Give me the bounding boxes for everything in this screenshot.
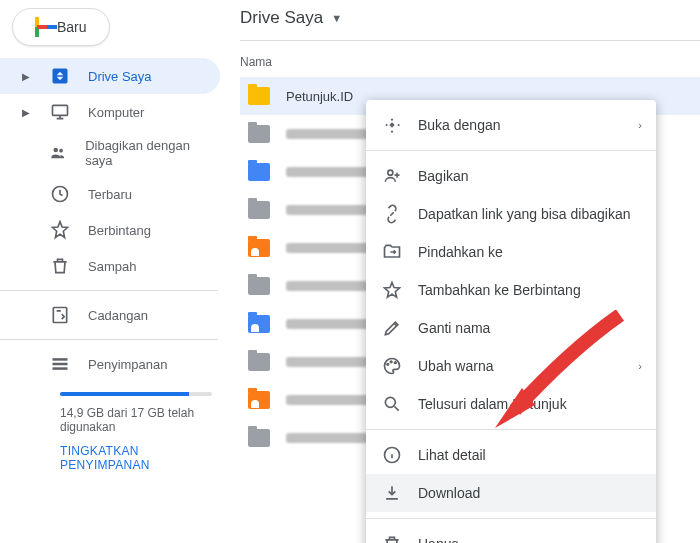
menu-label: Hapus bbox=[418, 536, 458, 543]
upgrade-storage-link[interactable]: TINGKATKAN PENYIMPANAN bbox=[60, 444, 212, 472]
menu-download[interactable]: Download bbox=[366, 474, 656, 512]
menu-label: Download bbox=[418, 485, 480, 501]
svg-point-1 bbox=[54, 148, 59, 153]
nav-label: Cadangan bbox=[88, 308, 148, 323]
storage-icon bbox=[50, 354, 70, 374]
file-name: Petunjuk.ID bbox=[286, 89, 353, 104]
open-with-icon bbox=[382, 115, 402, 135]
menu-get-link[interactable]: Dapatkan link yang bisa dibagikan bbox=[366, 195, 656, 233]
menu-separator bbox=[366, 429, 656, 430]
link-icon bbox=[382, 204, 402, 224]
menu-open-with[interactable]: Buka dengan › bbox=[366, 106, 656, 144]
svg-point-11 bbox=[395, 362, 397, 364]
folder-icon bbox=[248, 429, 270, 447]
sidebar-item-shared[interactable]: Dibagikan dengan saya bbox=[0, 130, 220, 176]
svg-rect-4 bbox=[53, 308, 66, 323]
nav-label: Berbintang bbox=[88, 223, 151, 238]
new-button-label: Baru bbox=[57, 19, 87, 35]
sidebar-item-starred[interactable]: Berbintang bbox=[0, 212, 220, 248]
folder-shared-icon bbox=[248, 391, 270, 409]
svg-rect-6 bbox=[53, 363, 68, 366]
context-menu: Buka dengan › Bagikan Dapatkan link yang… bbox=[366, 100, 656, 543]
search-icon bbox=[382, 394, 402, 414]
menu-label: Tambahkan ke Berbintang bbox=[418, 282, 581, 298]
sidebar: Baru ▶ Drive Saya ▶ Komputer Dibagikan d… bbox=[0, 0, 230, 543]
menu-add-star[interactable]: Tambahkan ke Berbintang bbox=[366, 271, 656, 309]
sidebar-item-trash[interactable]: Sampah bbox=[0, 248, 220, 284]
star-icon bbox=[382, 280, 402, 300]
menu-change-color[interactable]: Ubah warna › bbox=[366, 347, 656, 385]
file-name-blurred bbox=[286, 357, 376, 367]
nav-label: Sampah bbox=[88, 259, 136, 274]
palette-icon bbox=[382, 356, 402, 376]
divider bbox=[0, 339, 218, 340]
svg-rect-5 bbox=[53, 358, 68, 361]
svg-point-10 bbox=[390, 361, 392, 363]
menu-separator bbox=[366, 150, 656, 151]
clock-icon bbox=[50, 184, 70, 204]
sidebar-item-my-drive[interactable]: ▶ Drive Saya bbox=[0, 58, 220, 94]
menu-separator bbox=[366, 518, 656, 519]
file-name-blurred bbox=[286, 395, 376, 405]
menu-label: Ubah warna bbox=[418, 358, 494, 374]
menu-label: Lihat detail bbox=[418, 447, 486, 463]
pencil-icon bbox=[382, 318, 402, 338]
file-name-blurred bbox=[286, 205, 376, 215]
svg-point-9 bbox=[387, 364, 389, 366]
file-name-blurred bbox=[286, 281, 376, 291]
svg-point-8 bbox=[388, 170, 393, 175]
backup-icon bbox=[50, 305, 70, 325]
trash-icon bbox=[50, 256, 70, 276]
menu-search-in[interactable]: Telusuri dalam Petunjuk bbox=[366, 385, 656, 423]
person-add-icon bbox=[382, 166, 402, 186]
menu-label: Pindahkan ke bbox=[418, 244, 503, 260]
folder-icon bbox=[248, 201, 270, 219]
file-name-blurred bbox=[286, 243, 376, 253]
folder-icon bbox=[248, 277, 270, 295]
chevron-right-icon: › bbox=[638, 360, 642, 372]
people-icon bbox=[49, 143, 67, 163]
caret-icon: ▶ bbox=[22, 71, 32, 82]
breadcrumb[interactable]: Drive Saya ▼ bbox=[240, 0, 700, 41]
file-name-blurred bbox=[286, 129, 376, 139]
star-icon bbox=[50, 220, 70, 240]
menu-label: Buka dengan bbox=[418, 117, 501, 133]
move-icon bbox=[382, 242, 402, 262]
folder-shared-icon bbox=[248, 315, 270, 333]
storage-block: 14,9 GB dari 17 GB telah digunakan TINGK… bbox=[0, 382, 230, 482]
breadcrumb-label: Drive Saya bbox=[240, 8, 323, 28]
folder-shared-icon bbox=[248, 239, 270, 257]
column-header-name[interactable]: Nama bbox=[240, 41, 700, 77]
folder-icon bbox=[248, 163, 270, 181]
chevron-right-icon: › bbox=[638, 119, 642, 131]
folder-icon bbox=[248, 353, 270, 371]
sidebar-item-storage[interactable]: Penyimpanan bbox=[0, 346, 220, 382]
menu-label: Ganti nama bbox=[418, 320, 490, 336]
menu-label: Telusuri dalam Petunjuk bbox=[418, 396, 567, 412]
new-button[interactable]: Baru bbox=[12, 8, 110, 46]
nav-label: Komputer bbox=[88, 105, 144, 120]
sidebar-item-backups[interactable]: Cadangan bbox=[0, 297, 220, 333]
menu-label: Bagikan bbox=[418, 168, 469, 184]
sidebar-item-recent[interactable]: Terbaru bbox=[0, 176, 220, 212]
menu-rename[interactable]: Ganti nama bbox=[366, 309, 656, 347]
svg-point-2 bbox=[59, 149, 63, 153]
download-icon bbox=[382, 483, 402, 503]
svg-point-12 bbox=[385, 397, 395, 407]
folder-icon bbox=[248, 125, 270, 143]
divider bbox=[0, 290, 218, 291]
file-name-blurred bbox=[286, 167, 376, 177]
sidebar-item-computers[interactable]: ▶ Komputer bbox=[0, 94, 220, 130]
info-icon bbox=[382, 445, 402, 465]
nav-label: Dibagikan dengan saya bbox=[85, 138, 208, 168]
menu-move-to[interactable]: Pindahkan ke bbox=[366, 233, 656, 271]
svg-rect-7 bbox=[53, 367, 68, 370]
svg-rect-0 bbox=[53, 105, 68, 115]
caret-icon: ▶ bbox=[22, 107, 32, 118]
menu-label: Dapatkan link yang bisa dibagikan bbox=[418, 206, 630, 222]
file-name-blurred bbox=[286, 433, 376, 443]
storage-text: 14,9 GB dari 17 GB telah digunakan bbox=[60, 406, 212, 434]
menu-view-details[interactable]: Lihat detail bbox=[366, 436, 656, 474]
menu-remove[interactable]: Hapus bbox=[366, 525, 656, 543]
menu-share[interactable]: Bagikan bbox=[366, 157, 656, 195]
